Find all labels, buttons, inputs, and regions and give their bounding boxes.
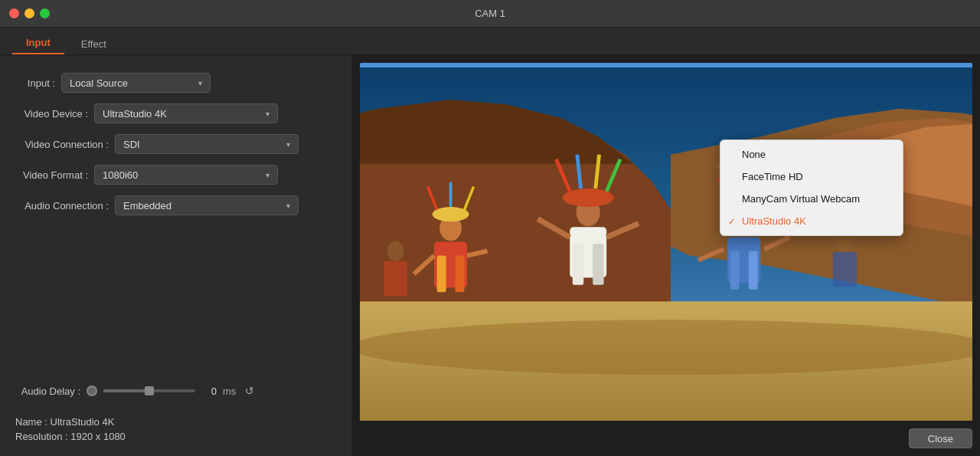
svg-rect-10	[437, 255, 446, 292]
video-device-dropdown-popup[interactable]: None FaceTime HD ManyCam Virtual Webcam …	[720, 139, 903, 236]
svg-point-7	[360, 320, 972, 375]
video-thumb-svg	[360, 63, 972, 421]
audio-delay-slider-fill	[103, 389, 149, 392]
input-dropdown[interactable]: Local Source ▾	[61, 73, 211, 93]
video-format-dropdown-value: 1080i60	[103, 169, 138, 181]
audio-delay-label: Audio Delay :	[15, 385, 80, 397]
audio-connection-dropdown-arrow-icon: ▾	[286, 202, 290, 210]
video-connection-label: Video Connection :	[15, 139, 109, 150]
info-section: Name : UltraStudio 4K Resolution : 1920 …	[0, 402, 351, 444]
video-device-label: Video Device :	[15, 108, 88, 120]
video-device-dropdown-value: UltraStudio 4K	[103, 108, 167, 120]
popup-item-ultrastudio[interactable]: ✓ UltraStudio 4K	[720, 210, 903, 232]
popup-item-facetime-label: FaceTime HD	[742, 171, 803, 182]
titlebar: CAM 1	[0, 0, 980, 28]
svg-rect-40	[384, 261, 407, 297]
resolution-info-row: Resolution : 1920 x 1080	[15, 429, 336, 444]
svg-rect-32	[749, 251, 758, 289]
minimize-window-button[interactable]	[24, 8, 34, 18]
audio-delay-unit: ms	[223, 385, 236, 397]
video-preview	[360, 63, 972, 421]
audio-delay-knob[interactable]	[87, 385, 97, 396]
tab-input[interactable]: Input	[12, 32, 64, 54]
resolution-info-value: 1920 x 1080	[70, 431, 126, 442]
left-panel: Input : Local Source ▾ Video Device : Ul…	[0, 55, 352, 456]
checkmark-icon: ✓	[728, 216, 736, 227]
svg-rect-21	[593, 244, 603, 285]
svg-rect-42	[833, 252, 857, 287]
video-format-dropdown[interactable]: 1080i60 ▾	[94, 165, 278, 185]
video-connection-dropdown-value: SDI	[123, 139, 140, 150]
video-active-bar	[360, 63, 972, 67]
main-content: Input : Local Source ▾ Video Device : Ul…	[0, 55, 980, 456]
video-device-dropdown-arrow-icon: ▾	[266, 110, 270, 118]
audio-connection-label: Audio Connection :	[15, 200, 109, 212]
video-format-row: Video Format : 1080i60 ▾	[0, 159, 351, 190]
resolution-info-label: Resolution :	[15, 431, 68, 442]
audio-connection-dropdown[interactable]: Embedded ▾	[115, 195, 299, 215]
audio-delay-value: 0	[201, 385, 217, 397]
video-device-row: Video Device : UltraStudio 4K ▾	[0, 98, 351, 129]
popup-item-manycam-label: ManyCam Virtual Webcam	[742, 193, 860, 205]
video-device-dropdown[interactable]: UltraStudio 4K ▾	[94, 103, 278, 123]
video-connection-dropdown[interactable]: SDI ▾	[115, 134, 299, 154]
svg-rect-31	[730, 251, 740, 289]
audio-connection-dropdown-value: Embedded	[123, 200, 172, 212]
svg-point-22	[563, 189, 614, 207]
input-dropdown-value: Local Source	[70, 77, 128, 89]
video-connection-dropdown-arrow-icon: ▾	[286, 140, 290, 149]
close-button[interactable]: Close	[909, 428, 972, 448]
audio-delay-row: Audio Delay : 0 ms ↺	[0, 379, 351, 402]
svg-rect-11	[456, 255, 465, 292]
window-controls	[9, 8, 50, 18]
audio-delay-slider[interactable]	[103, 389, 195, 392]
input-row: Input : Local Source ▾	[0, 67, 351, 98]
window-title: CAM 1	[475, 8, 505, 19]
audio-connection-row: Audio Connection : Embedded ▾	[0, 190, 351, 221]
input-dropdown-arrow-icon: ▾	[198, 79, 202, 87]
tabbar: Input Effect	[0, 28, 980, 55]
audio-delay-slider-thumb	[145, 386, 154, 395]
video-connection-row: Video Connection : SDI ▾	[0, 129, 351, 159]
popup-item-facetime[interactable]: FaceTime HD	[720, 166, 903, 188]
close-btn-container: Close	[360, 421, 972, 448]
input-label: Input :	[15, 77, 55, 89]
popup-item-none-label: None	[742, 149, 766, 160]
audio-delay-reset-icon[interactable]: ↺	[245, 385, 254, 397]
name-info-value: UltraStudio 4K	[51, 416, 115, 428]
video-format-label: Video Format :	[15, 169, 88, 181]
svg-point-39	[387, 241, 404, 261]
svg-rect-20	[573, 244, 583, 285]
popup-item-manycam[interactable]: ManyCam Virtual Webcam	[720, 188, 903, 210]
name-info-label: Name :	[15, 416, 47, 428]
name-info-row: Name : UltraStudio 4K	[15, 415, 336, 429]
video-format-dropdown-arrow-icon: ▾	[266, 171, 270, 179]
tab-effect[interactable]: Effect	[67, 34, 120, 54]
close-window-button[interactable]	[9, 8, 19, 18]
popup-item-none[interactable]: None	[720, 143, 903, 166]
maximize-window-button[interactable]	[40, 8, 50, 18]
popup-item-ultrastudio-label: UltraStudio 4K	[742, 215, 806, 227]
right-panel: None FaceTime HD ManyCam Virtual Webcam …	[352, 55, 980, 456]
